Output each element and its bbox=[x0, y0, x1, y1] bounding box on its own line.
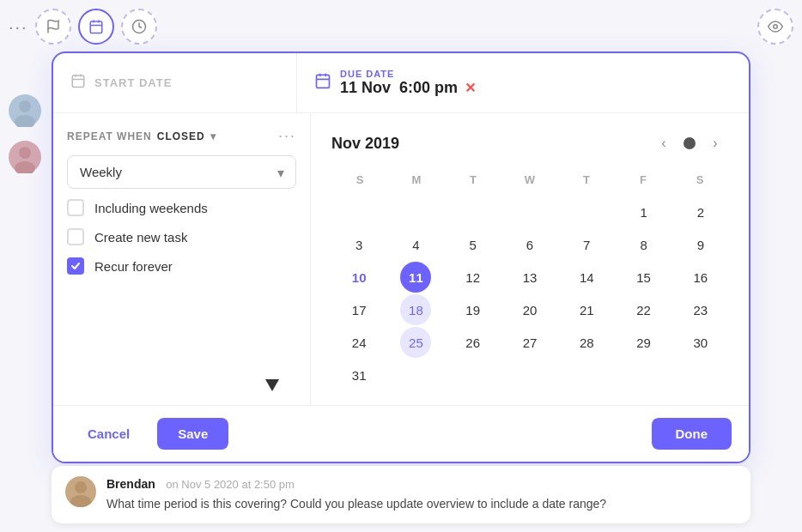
repeat-chevron-icon[interactable]: ▾ bbox=[210, 130, 216, 142]
calendar-day[interactable]: 22 bbox=[629, 294, 659, 325]
create-new-task-checkbox[interactable] bbox=[67, 228, 84, 245]
calendar-day[interactable]: 30 bbox=[685, 327, 716, 358]
due-date-icon bbox=[314, 72, 331, 94]
start-date-section[interactable]: START DATE bbox=[53, 53, 297, 112]
calendar-days: 1234567891011121314151617181920212223242… bbox=[331, 196, 728, 390]
comment-content: Brendan on Nov 5 2020 at 2:50 pm What ti… bbox=[106, 476, 606, 513]
svg-point-10 bbox=[15, 161, 35, 173]
svg-point-8 bbox=[15, 115, 35, 127]
calendar-day[interactable]: 13 bbox=[514, 262, 545, 293]
start-date-icon bbox=[70, 73, 86, 93]
recur-forever-label: Recur forever bbox=[94, 259, 173, 274]
calendar-day[interactable]: 2 bbox=[685, 196, 716, 227]
including-weekends-label: Including weekends bbox=[94, 201, 208, 215]
calendar-day bbox=[458, 360, 489, 390]
repeat-dropdown[interactable]: Weekly Daily Monthly Yearly ▾ bbox=[67, 155, 296, 189]
calendar-day[interactable]: 1 bbox=[629, 196, 659, 227]
calendar-day[interactable]: 18 bbox=[400, 294, 431, 325]
modal-body: REPEAT WHEN CLOSED ▾ ··· Weekly Daily Mo… bbox=[53, 113, 749, 405]
calendar-day[interactable]: 4 bbox=[400, 229, 431, 260]
weekday-wed: W bbox=[501, 170, 558, 190]
svg-rect-1 bbox=[90, 21, 102, 33]
weekday-mon: M bbox=[388, 170, 445, 190]
done-button[interactable]: Done bbox=[652, 418, 732, 450]
due-date-clear-button[interactable]: ✕ bbox=[465, 80, 476, 96]
svg-rect-15 bbox=[317, 75, 330, 88]
due-date-value: 11 Nov 6:00 pm ✕ bbox=[340, 79, 476, 97]
calendar-day[interactable]: 5 bbox=[458, 229, 489, 260]
recur-forever-item[interactable]: Recur forever bbox=[67, 257, 296, 275]
calendar-day[interactable]: 20 bbox=[514, 294, 545, 325]
calendar-day bbox=[458, 196, 489, 227]
calendar-day[interactable]: 29 bbox=[629, 327, 659, 358]
comment-header: Brendan on Nov 5 2020 at 2:50 pm bbox=[106, 476, 606, 492]
date-picker-modal: START DATE DUE DATE 11 Nov 6:00 pm ✕ bbox=[52, 51, 750, 463]
including-weekends-checkbox[interactable] bbox=[67, 199, 84, 216]
calendar-day[interactable]: 10 bbox=[343, 262, 374, 293]
due-date-title: DUE DATE bbox=[340, 69, 476, 79]
calendar-panel: Nov 2019 ‹ › S M T W T F S 123 bbox=[311, 113, 749, 405]
calendar-prev-button[interactable]: ‹ bbox=[651, 130, 677, 156]
calendar-day[interactable]: 7 bbox=[571, 229, 602, 260]
repeat-header: REPEAT WHEN CLOSED ▾ ··· bbox=[67, 127, 296, 145]
save-button[interactable]: Save bbox=[157, 418, 228, 450]
calendar-day bbox=[629, 360, 659, 390]
left-panel: REPEAT WHEN CLOSED ▾ ··· Weekly Daily Mo… bbox=[53, 113, 311, 405]
flag-tab-button[interactable] bbox=[35, 9, 71, 45]
calendar-day[interactable]: 31 bbox=[343, 360, 374, 390]
eye-button[interactable] bbox=[757, 9, 793, 45]
calendar-day[interactable]: 12 bbox=[458, 262, 489, 293]
recur-forever-checkbox[interactable] bbox=[67, 257, 84, 275]
repeat-more-button[interactable]: ··· bbox=[278, 127, 296, 145]
calendar-next-button[interactable]: › bbox=[702, 130, 728, 156]
repeat-label: REPEAT WHEN CLOSED ▾ bbox=[67, 130, 216, 142]
calendar-day[interactable]: 21 bbox=[571, 294, 602, 325]
calendar-day[interactable]: 14 bbox=[571, 262, 602, 293]
avatar-2[interactable] bbox=[9, 141, 41, 173]
calendar-grid: S M T W T F S 12345678910111213141516171… bbox=[331, 170, 728, 390]
calendar-day[interactable]: 15 bbox=[629, 262, 659, 293]
weekday-tue: T bbox=[445, 170, 501, 190]
comment-date: on Nov 5 2020 at 2:50 pm bbox=[166, 478, 295, 491]
calendar-day bbox=[514, 196, 545, 227]
calendar-day bbox=[571, 360, 602, 390]
calendar-day[interactable]: 17 bbox=[343, 294, 374, 325]
modal-header: START DATE DUE DATE 11 Nov 6:00 pm ✕ bbox=[53, 53, 749, 113]
calendar-day[interactable]: 28 bbox=[571, 327, 602, 358]
repeat-label-bold: CLOSED bbox=[157, 130, 205, 142]
calendar-day[interactable]: 25 bbox=[400, 327, 431, 358]
calendar-day[interactable]: 26 bbox=[458, 327, 489, 358]
calendar-day[interactable]: 9 bbox=[685, 229, 716, 260]
including-weekends-item[interactable]: Including weekends bbox=[67, 199, 296, 216]
calendar-day[interactable]: 16 bbox=[685, 262, 716, 293]
top-toolbar: ··· bbox=[9, 9, 793, 45]
due-date-info: DUE DATE 11 Nov 6:00 pm ✕ bbox=[340, 69, 476, 97]
calendar-day[interactable]: 23 bbox=[685, 294, 716, 325]
more-options-icon[interactable]: ··· bbox=[9, 17, 28, 37]
calendar-day[interactable]: 24 bbox=[343, 327, 374, 358]
due-date-section[interactable]: DUE DATE 11 Nov 6:00 pm ✕ bbox=[297, 53, 749, 112]
modal-footer: Cancel Save Done bbox=[53, 405, 749, 462]
weekday-thu: T bbox=[558, 170, 615, 190]
svg-point-7 bbox=[19, 100, 31, 112]
cancel-button[interactable]: Cancel bbox=[70, 418, 147, 450]
calendar-day[interactable]: 8 bbox=[629, 229, 659, 260]
calendar-day bbox=[685, 360, 716, 390]
calendar-day[interactable]: 19 bbox=[458, 294, 489, 325]
calendar-today-button[interactable] bbox=[684, 137, 696, 149]
calendar-day[interactable]: 27 bbox=[514, 327, 545, 358]
calendar-day[interactable]: 6 bbox=[514, 229, 545, 260]
avatar-1[interactable] bbox=[9, 94, 41, 127]
calendar-day[interactable]: 11 bbox=[400, 262, 431, 293]
calendar-tab-button[interactable] bbox=[78, 9, 114, 45]
svg-point-9 bbox=[19, 147, 31, 159]
calendar-month-year: Nov 2019 bbox=[331, 135, 399, 153]
svg-point-20 bbox=[70, 495, 91, 507]
svg-rect-11 bbox=[72, 76, 84, 88]
clock-tab-button[interactable] bbox=[121, 9, 157, 45]
repeat-frequency-select[interactable]: Weekly Daily Monthly Yearly bbox=[67, 155, 296, 189]
create-new-task-item[interactable]: Create new task bbox=[67, 228, 296, 245]
calendar-day[interactable]: 3 bbox=[343, 229, 374, 260]
calendar-weekdays: S M T W T F S bbox=[331, 170, 728, 190]
calendar-day bbox=[571, 196, 602, 227]
